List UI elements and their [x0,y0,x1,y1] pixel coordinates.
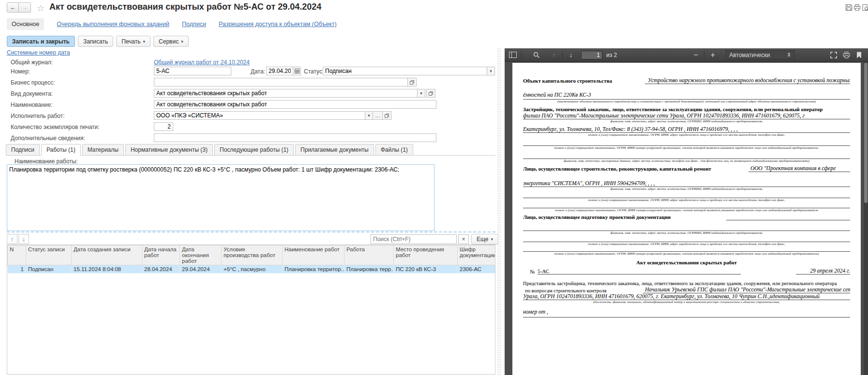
pdf-search-button[interactable] [530,49,543,61]
zoom-out-button[interactable]: − [689,49,702,61]
pdf-toolbar: ↑ ↓ из 2 − + Автоматически ⇕ [505,48,868,62]
close-icon: × [462,236,465,243]
save-close-button[interactable]: Записать и закрыть [7,36,75,47]
doc-type-dropdown-button[interactable]: ▾ [417,89,425,98]
col-end-date[interactable]: Дата окончания работ [180,245,222,265]
col-work-name[interactable]: Наименование работ [283,245,344,265]
calendar-button[interactable] [293,67,301,75]
doc-control-value: Начальник Урьевской ГПС филиал ПАО "Росс… [643,287,850,293]
calendar-icon [295,69,299,73]
col-doc-code[interactable]: Шифр документации [458,245,495,265]
tab-access-rights[interactable]: Разрешения доступа к объектам (Объект) [219,21,337,28]
col-work[interactable]: Работа [344,245,394,265]
bookmark-icon [856,52,862,58]
act-no-label: № [523,269,538,274]
cell-conditions: +5°С , пасмурно [222,265,283,274]
chevron-down-icon: ▾ [420,91,422,96]
doc-caption: фамилия, имя, отчество, адрес места жите… [523,187,850,191]
extra-info-input[interactable] [154,133,436,142]
date-input[interactable] [266,67,293,75]
preview-icon[interactable] [862,4,868,11]
business-process-input[interactable] [154,78,408,87]
doc-caption: фамилия, имя, отчество, адрес места жите… [523,119,850,124]
chevron-down-icon: ▾ [143,39,146,44]
tab-main[interactable]: Основное [7,18,44,30]
business-process-open-button[interactable] [407,78,417,87]
page-number-input[interactable] [581,51,602,59]
doc-caption: (должность, фамилия, инициалы, идентифик… [523,300,850,304]
service-menu-button[interactable]: Сервис▾ [153,36,189,47]
zoom-mode-value: Автоматически [729,52,770,58]
page-count-label: из 2 [606,52,617,58]
move-up-button[interactable]: ↑ [7,234,17,244]
back-button[interactable]: ← [7,2,19,13]
bookmark-button[interactable] [853,49,865,61]
previous-page-button[interactable]: ↑ [548,49,560,61]
cell-end-date: 29.04.2024 [180,265,222,274]
search-clear-button[interactable]: × [458,234,469,244]
print-menu-button[interactable]: Печать▾ [116,36,150,47]
status-dropdown-button[interactable]: ▾ [487,67,495,75]
tab-normative-docs[interactable]: Нормативные документы (3) [125,144,213,156]
executor-dropdown-button[interactable]: ▾ [365,111,373,120]
search-input[interactable] [371,234,457,244]
doc-caption: полное и (или) сокращенное наименование,… [523,198,850,202]
extra-info-label: Дополнительные сведения: [11,135,85,142]
executor-open-button[interactable] [382,111,391,120]
save-icon[interactable] [845,4,853,11]
tab-next-works[interactable]: Последующие работы (1) [214,144,294,156]
doc-developer-value: филиал ПАО "Россети"-Магистральные элект… [523,113,850,119]
doc-type-input[interactable] [154,89,418,98]
copies-input[interactable] [154,122,173,131]
zoom-mode-select[interactable]: Автоматически ⇕ [726,50,794,59]
more-button[interactable]: Еще▾ [471,234,498,245]
tab-materials[interactable]: Материалы [82,144,124,156]
save-button[interactable]: Записать [78,36,113,47]
status-input[interactable] [323,67,487,75]
col-location[interactable]: Место проведения работ [394,245,458,265]
print-icon[interactable] [853,4,861,11]
tab-files[interactable]: Файлы (1) [375,144,413,156]
doc-control-value2: Урала, ОГРН 1024701893336, ИНН 471601679… [523,293,850,300]
print-icon [843,52,850,58]
doc-blank-line [726,215,850,220]
col-conditions[interactable]: Условия производства работ [222,245,283,265]
name-input[interactable] [154,100,436,109]
col-status[interactable]: Статус записи [26,245,72,265]
col-start-date[interactable]: Дата начала работ [142,245,180,265]
tab-signatures-detail[interactable]: Подписи [6,144,40,156]
pdf-print-button[interactable] [840,49,853,61]
move-down-button[interactable]: ↓ [18,234,29,244]
number-input[interactable] [154,67,231,75]
executor-choose-button[interactable]: … [373,111,383,120]
forward-button[interactable]: → [19,2,31,13]
work-name-textarea[interactable]: Планировка территории под отметку ростве… [7,164,434,231]
tab-signatures[interactable]: Подписи [182,21,206,28]
col-created[interactable]: Дата создания записи [72,245,142,265]
pdf-scrollbar-thumb[interactable] [864,63,868,203]
table-row[interactable]: 1 Подписан 15.11.2024 8:04:08 28.04.2024… [8,265,495,274]
work-name-label: Наименование работы: [15,158,78,165]
tab-background-jobs[interactable]: Очередь выполнения фоновых заданий [57,21,169,28]
next-page-button[interactable]: ↓ [565,49,577,61]
tab-attached-docs[interactable]: Прилагаемые документы [295,144,374,156]
updown-arrows-icon: ⇕ [787,52,791,58]
doc-caption: полное и (или) сокращенное наименование,… [523,242,850,246]
col-n[interactable]: N [8,245,26,265]
favorite-star-icon[interactable]: ☆ [37,3,45,14]
zoom-in-button[interactable]: + [706,49,719,61]
chevron-down-icon: ▾ [368,113,370,118]
vertical-splitter[interactable] [498,48,500,375]
horizontal-splitter[interactable] [7,231,495,232]
presentation-mode-button[interactable] [827,49,840,61]
number-label: Номер: [11,68,30,75]
tab-works[interactable]: Работы (1) [41,144,81,156]
executor-input[interactable] [154,111,365,120]
system-number-date-link[interactable]: Системные номер дата [7,49,70,56]
sidebar-toggle-button[interactable] [507,49,519,61]
pdf-scrollbar[interactable] [864,62,868,375]
minus-icon: − [694,51,698,59]
doc-type-open-button[interactable] [426,89,435,98]
copies-label: Количество экземпляров печати: [11,124,100,130]
journal-link[interactable]: Общий журнал работ от 24.10.2024 [154,59,250,66]
